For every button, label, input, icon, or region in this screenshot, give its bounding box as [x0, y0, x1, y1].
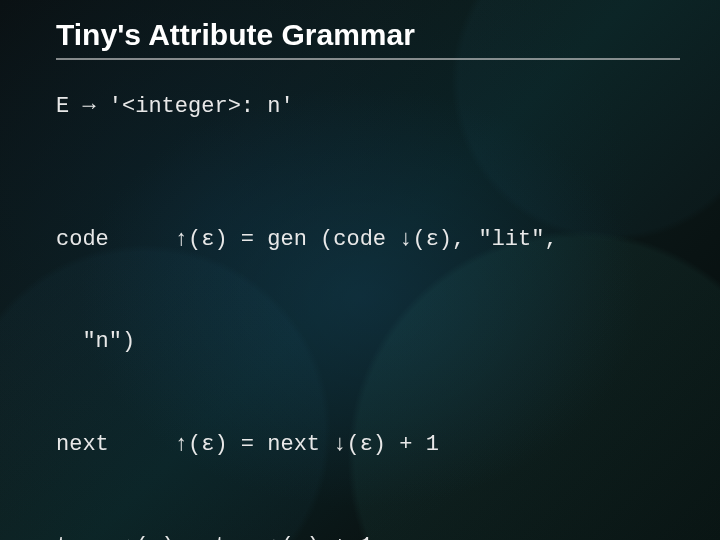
slide: Tiny's Attribute Grammar E → '<integer>:… [0, 0, 720, 540]
title-underline [56, 58, 680, 60]
grammar-rule: E → '<integer>: n' [56, 94, 680, 119]
attr-line: top ↑(ε) = top ↓(ε) + 1 [56, 530, 680, 540]
attr-line: code ↑(ε) = gen (code ↓(ε), "lit", [56, 223, 680, 257]
attr-line: next ↑(ε) = next ↓(ε) + 1 [56, 428, 680, 462]
attr-line: "n") [56, 325, 680, 359]
attribute-equations: code ↑(ε) = gen (code ↓(ε), "lit", "n") … [56, 155, 680, 540]
slide-title: Tiny's Attribute Grammar [56, 18, 680, 52]
